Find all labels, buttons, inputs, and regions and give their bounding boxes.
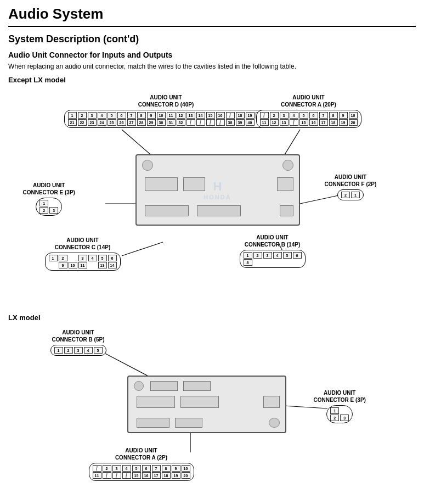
connector-b14-box: 123456 8 (240, 250, 306, 268)
connector-f-row1: 21 (341, 192, 360, 198)
connector-f-label: AUDIO UNITCONNECTOR F (2P) (325, 173, 377, 188)
connector-d-pins: 12345678910111213141516/181920 212223242… (68, 112, 264, 126)
connector-e-pins: 1 23 (39, 200, 58, 214)
connector-b14-group: AUDIO UNITCONNECTOR B (14P) 123456 8 (240, 234, 306, 268)
lx-connector-b5-row1: 12345 (54, 347, 103, 354)
connector-d-group: AUDIO UNITCONNECTOR D (40P) 123456789101… (64, 94, 268, 128)
connector-c-pins: 123456 910111314 (49, 255, 117, 268)
connector-e-group: AUDIO UNITCONNECTOR E (3P) 1 23 (23, 182, 75, 216)
lx-connector-b5-group: AUDIO UNITCONNECTOR B (5P) 12345 (50, 329, 106, 356)
connector-b14-label: AUDIO UNITCONNECTOR B (14P) (240, 234, 306, 248)
connector-a-pins: /2345678910 111213/151617181920 (260, 112, 358, 126)
connector-e-row1: 1 (39, 200, 58, 206)
except-lx-label: Except LX model (8, 76, 416, 84)
subsection-title: Audio Unit Connector for Inputs and Outp… (8, 51, 416, 59)
lx-connector-b5-pins: 12345 (54, 347, 103, 354)
connector-a-row1: /2345678910 (260, 112, 358, 119)
connector-e-label: AUDIO UNITCONNECTOR E (3P) (23, 182, 75, 196)
connector-a-label: AUDIO UNITCONNECTOR A (20P) (256, 94, 361, 108)
connector-a-row2: 111213/151617181920 (260, 119, 358, 126)
lx-connector-e3-group: AUDIO UNITCONNECTOR E (3P) 1 23 (314, 389, 366, 423)
connector-c-label: AUDIO UNITCONNECTOR C (14P) (45, 237, 121, 251)
connector-d-label: AUDIO UNITCONNECTOR D (40P) (64, 94, 268, 108)
connector-f-group: AUDIO UNITCONNECTOR F (2P) 21 (325, 173, 377, 200)
connector-b14-row1: 123456 (244, 252, 302, 259)
connector-a-box: /2345678910 111213/151617181920 (256, 110, 361, 128)
lx-connector-a2-pins: /2345678910 11///151617181920 (93, 465, 190, 479)
lx-diagram: AUDIO UNITCONNECTOR B (5P) 12345 (8, 326, 416, 496)
lx-connector-b5-box: 12345 (50, 345, 106, 356)
connector-c-row1: 123456 (49, 255, 117, 261)
lx-connector-e3-box: 1 23 (326, 405, 353, 423)
lx-connector-b5-label: AUDIO UNITCONNECTOR B (5P) (50, 329, 106, 343)
lx-label: LX model (8, 313, 416, 322)
lx-connector-e3-row2: 23 (330, 415, 349, 421)
lx-audio-unit-body (127, 376, 286, 433)
section-title: System Description (cont'd) (8, 33, 416, 45)
connector-c-box: 123456 910111314 (45, 253, 121, 271)
lx-connector-a2-box: /2345678910 11///151617181920 (89, 463, 194, 481)
connector-e-row2: 23 (39, 207, 58, 214)
connector-c-group: AUDIO UNITCONNECTOR C (14P) 123456 91011… (45, 237, 121, 271)
lx-connector-a2-label: AUDIO UNITCONNECTOR A (2P) (89, 447, 194, 461)
connector-d-row2: 212223242526272829303132////383940 (68, 119, 264, 126)
page-title: Audio System (8, 5, 416, 27)
description-text: When replacing an audio unit connector, … (8, 63, 416, 70)
connector-b14-row2: 8 (244, 259, 302, 266)
lx-connector-e3-pins: 1 23 (330, 407, 349, 421)
connector-f-pins: 21 (341, 192, 360, 198)
lx-connector-a2-group: AUDIO UNITCONNECTOR A (2P) /2345678910 1… (89, 447, 194, 481)
lx-connector-a2-row1: /2345678910 (93, 465, 190, 472)
svg-line-4 (122, 242, 163, 256)
connector-f-box: 21 (337, 189, 364, 200)
connector-b14-pins: 123456 8 (244, 252, 302, 266)
audio-unit-body: H HONDA (135, 154, 300, 226)
lx-connector-e3-row1: 1 (330, 407, 349, 414)
lx-connector-a2-row2: 11///151617181920 (93, 472, 190, 479)
connector-c-row2: 910111314 (49, 262, 117, 268)
lx-connector-e3-label: AUDIO UNITCONNECTOR E (3P) (314, 389, 366, 404)
connector-d-box: 12345678910111213141516/181920 212223242… (64, 110, 268, 128)
connector-e-box: 1 23 (36, 198, 62, 216)
connector-d-row1: 12345678910111213141516/181920 (68, 112, 264, 119)
connector-a-group: AUDIO UNITCONNECTOR A (20P) /2345678910 … (256, 94, 361, 128)
lx-main: AUDIO UNITCONNECTOR B (5P) 12345 (9, 326, 415, 496)
except-lx-main: AUDIO UNITCONNECTOR D (40P) 123456789101… (9, 88, 415, 303)
except-lx-diagram: AUDIO UNITCONNECTOR D (40P) 123456789101… (8, 88, 416, 303)
